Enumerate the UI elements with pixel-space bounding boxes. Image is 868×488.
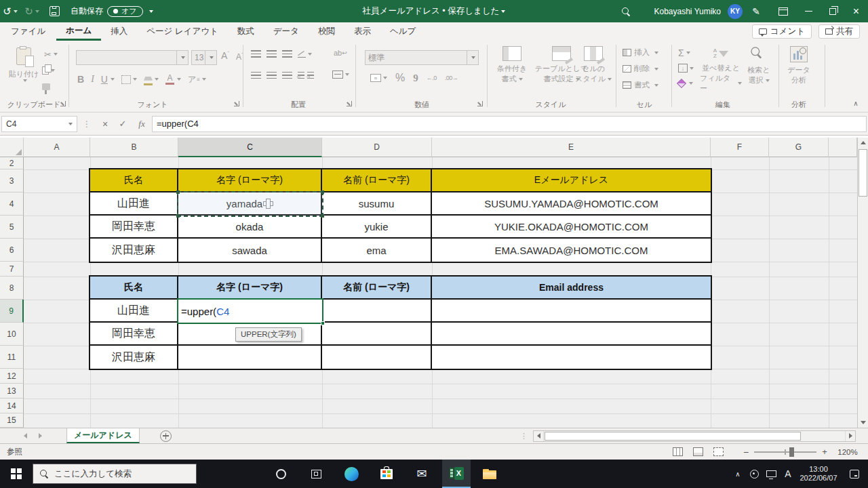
orientation-button[interactable]	[298, 51, 312, 58]
zoom-in-button[interactable]: +	[816, 447, 833, 457]
zoom-slider[interactable]	[754, 451, 816, 453]
tab-scroll-handle[interactable]: ⋮	[520, 432, 528, 441]
font-size-combo[interactable]: 13	[191, 50, 217, 65]
tab-view[interactable]: 表示	[344, 22, 380, 41]
tray-onedrive-button[interactable]	[746, 460, 762, 488]
mail-button[interactable]: ✉	[408, 460, 435, 488]
zoom-out-button[interactable]: −	[738, 447, 754, 458]
next-sheet-button[interactable]	[33, 428, 47, 443]
notification-center-button[interactable]	[841, 460, 868, 488]
close-button[interactable]: ×	[844, 0, 868, 22]
table2-header-firstname-romaji[interactable]: 名前 (ローマ字)	[322, 277, 432, 300]
task-view-button[interactable]	[302, 460, 330, 488]
clipboard-dialog-launcher[interactable]	[60, 100, 66, 107]
increase-font-button[interactable]: Aˆ	[221, 50, 229, 61]
row-header-3[interactable]: 3	[0, 169, 24, 192]
increase-indent-button[interactable]: →	[307, 72, 311, 79]
collapse-ribbon-button[interactable]: ∧	[849, 98, 863, 108]
new-sheet-button[interactable]	[160, 430, 172, 442]
save-button[interactable]	[43, 0, 65, 22]
table2-header-name[interactable]: 氏名	[90, 277, 178, 300]
cut-button[interactable]: ✂	[42, 47, 60, 61]
column-header-b[interactable]: B	[90, 138, 178, 157]
italic-button[interactable]: I	[91, 74, 94, 85]
cell-D11[interactable]	[322, 346, 432, 369]
horizontal-scroll-thumb[interactable]	[545, 432, 801, 441]
tab-data[interactable]: データ	[264, 22, 309, 41]
row-header-9[interactable]: 9	[0, 300, 24, 323]
sheet-tab-mail-address[interactable]: メールアドレス	[66, 428, 140, 443]
align-right-button[interactable]	[282, 72, 292, 79]
tab-review[interactable]: 校閲	[309, 22, 344, 41]
row-header-13[interactable]: 13	[0, 384, 24, 399]
tab-formulas[interactable]: 数式	[228, 22, 264, 41]
table2-header-email[interactable]: Email address	[432, 277, 711, 300]
row-header-6[interactable]: 6	[0, 239, 24, 262]
row-header-12[interactable]: 12	[0, 369, 24, 384]
align-center-button[interactable]	[267, 72, 277, 79]
restore-button[interactable]	[821, 0, 844, 22]
column-header-g[interactable]: G	[769, 138, 829, 157]
alignment-dialog-launcher[interactable]	[346, 100, 353, 107]
scroll-up-button[interactable]	[858, 138, 868, 148]
percent-style-button[interactable]: %	[395, 72, 405, 84]
number-format-combo[interactable]: 標準	[365, 50, 479, 65]
scroll-left-button[interactable]	[534, 431, 544, 441]
tab-page-layout[interactable]: ページ レイアウト	[137, 22, 228, 41]
cancel-formula-button[interactable]: ×	[96, 116, 114, 132]
table1-header-lastname-romaji[interactable]: 名字 (ローマ字)	[178, 169, 322, 192]
comments-button[interactable]: コメント	[752, 24, 812, 39]
clear-button[interactable]	[678, 80, 693, 87]
file-explorer-button[interactable]	[476, 460, 503, 488]
row-header-15[interactable]: 15	[0, 413, 24, 428]
fill-button[interactable]: ↓	[678, 64, 694, 73]
undo-button[interactable]: ↺	[0, 0, 20, 22]
number-dialog-launcher[interactable]	[477, 100, 484, 107]
autosave-toggle[interactable]: 自動保存 オフ	[71, 5, 153, 17]
cell-B10[interactable]: 岡田幸恵	[90, 323, 178, 346]
column-header-d[interactable]: D	[322, 138, 432, 157]
decrease-decimal-button[interactable]: .00→	[445, 75, 458, 81]
select-all-corner[interactable]	[0, 138, 24, 157]
sort-filter-button[interactable]: AZ 並べ替えと フィルター	[700, 46, 742, 94]
horizontal-scrollbar[interactable]	[533, 430, 856, 442]
align-left-button[interactable]	[251, 72, 261, 79]
redo-button[interactable]: ↻	[20, 0, 43, 22]
share-button[interactable]: 共有	[818, 24, 860, 39]
fill-color-button[interactable]	[144, 77, 159, 83]
cell-E5[interactable]: YUKIE.OKADA@HOMOTIC.COM	[432, 216, 711, 239]
table1-header-email[interactable]: Eメールアドレス	[432, 169, 711, 192]
tab-help[interactable]: ヘルプ	[380, 22, 425, 41]
insert-function-button[interactable]: fx	[132, 116, 152, 132]
autosum-button[interactable]: Σ	[678, 47, 690, 58]
conditional-formatting-button[interactable]: 条件付き 書式	[492, 46, 532, 84]
avatar[interactable]: KY	[728, 4, 743, 19]
bold-button[interactable]: B	[77, 74, 84, 85]
cell-E10[interactable]	[432, 323, 711, 346]
accounting-format-button[interactable]: ¤	[370, 74, 387, 82]
edge-button[interactable]	[338, 460, 365, 488]
cell-C6[interactable]: sawada	[178, 239, 322, 262]
row-header-8[interactable]: 8	[0, 277, 24, 300]
row-header-2[interactable]: 2	[0, 157, 24, 169]
cell-B6[interactable]: 沢田恵麻	[90, 239, 178, 262]
normal-view-button[interactable]	[667, 447, 688, 456]
underline-button[interactable]: U	[101, 74, 108, 85]
cell-D6[interactable]: ema	[322, 239, 432, 262]
ime-indicator[interactable]: A	[780, 460, 796, 488]
row-header-14[interactable]: 14	[0, 399, 24, 413]
cell-E9[interactable]	[432, 300, 711, 323]
format-painter-button[interactable]	[42, 80, 62, 94]
name-box[interactable]: C4	[1, 116, 77, 132]
column-header-f[interactable]: F	[711, 138, 769, 157]
cell-E11[interactable]	[432, 346, 711, 369]
scroll-right-button[interactable]	[845, 431, 855, 441]
clock[interactable]: 13:00 2022/06/07	[796, 460, 841, 488]
active-cell-editor[interactable]: =upper(C4	[177, 298, 323, 324]
row-header-11[interactable]: 11	[0, 346, 24, 369]
tab-insert[interactable]: 挿入	[101, 22, 137, 41]
vertical-scrollbar[interactable]	[857, 138, 868, 428]
tray-network-button[interactable]	[762, 460, 780, 488]
increase-decimal-button[interactable]: ←.0	[427, 75, 437, 81]
font-dialog-launcher[interactable]	[233, 100, 240, 107]
